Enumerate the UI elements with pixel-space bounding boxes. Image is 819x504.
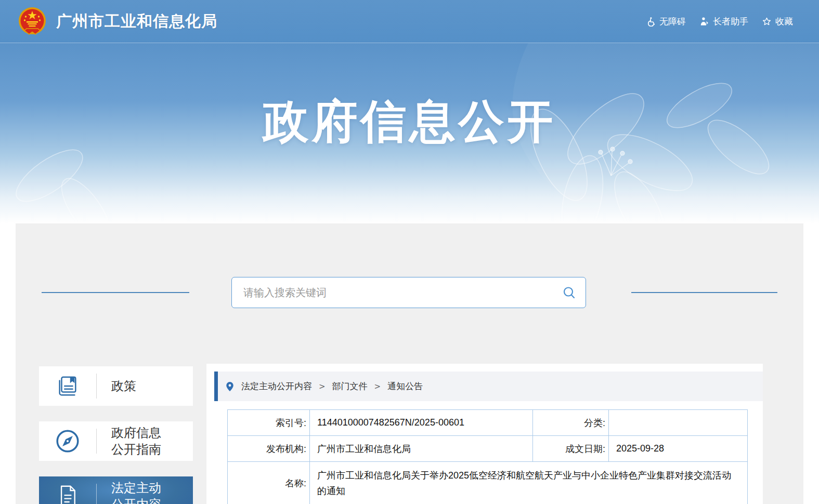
issuing-agency-value: 广州市工业和信息化局 — [310, 436, 533, 462]
breadcrumb: 法定主动公开内容 > 部门文件 > 通知公告 — [214, 372, 763, 401]
category-label: 分类: — [533, 410, 609, 436]
sidebar: 政策 政府信息公开指南 — [39, 366, 193, 504]
table-row: 索引号: 11440100007482567N/2025-00601 分类: — [228, 410, 748, 436]
index-number-label: 索引号: — [228, 410, 310, 436]
search-box — [231, 277, 586, 308]
favorite-link[interactable]: 收藏 — [762, 16, 793, 28]
sidebar-item-label: 法定主动公开内容 — [111, 480, 170, 504]
accessibility-link[interactable]: 无障碍 — [646, 16, 686, 28]
banner: 政府信息公开 — [0, 43, 819, 223]
breadcrumb-item-notices[interactable]: 通知公告 — [387, 380, 423, 392]
sidebar-item-divider — [96, 374, 97, 399]
sidebar-item-label: 政策 — [111, 378, 170, 394]
index-number-value: 11440100007482567N/2025-00601 — [310, 410, 533, 436]
issuing-agency-label: 发布机构: — [228, 436, 310, 462]
document-info-table: 索引号: 11440100007482567N/2025-00601 分类: 发… — [227, 409, 748, 504]
content-panel: 法定主动公开内容 > 部门文件 > 通知公告 索引号: 114401000074… — [206, 364, 763, 504]
document-name-label: 名称: — [228, 462, 310, 504]
search-icon — [562, 286, 576, 300]
header-links: 无障碍 长者助手 收藏 — [646, 16, 793, 28]
issue-date-label: 成文日期: — [533, 436, 609, 462]
right-divider-line — [631, 292, 777, 293]
breadcrumb-separator: > — [374, 382, 381, 391]
star-icon — [762, 17, 772, 26]
sidebar-item-divider — [96, 429, 97, 454]
table-row: 名称: 广州市工业和信息化局关于举办2025低空经济和航空航天产业与中小企业特色… — [228, 462, 748, 504]
header-left: 广州市工业和信息化局 — [18, 7, 217, 36]
elder-icon — [699, 17, 709, 26]
elder-assistant-label: 长者助手 — [713, 16, 748, 28]
favorite-label: 收藏 — [775, 16, 793, 28]
page-title: 政府信息公开 — [0, 43, 819, 153]
sidebar-item-guide[interactable]: 政府信息公开指南 — [39, 421, 193, 461]
sidebar-item-policy[interactable]: 政策 — [39, 366, 193, 406]
content-card: 政策 政府信息公开指南 — [16, 223, 803, 504]
site-title: 广州市工业和信息化局 — [56, 11, 217, 32]
sidebar-item-divider — [96, 484, 97, 504]
book-icon — [39, 374, 96, 398]
breadcrumb-item-department-files[interactable]: 部门文件 — [332, 380, 368, 392]
breadcrumb-item-statutory[interactable]: 法定主动公开内容 — [241, 380, 312, 392]
sidebar-item-label: 政府信息公开指南 — [111, 425, 170, 458]
category-value — [609, 410, 748, 436]
national-emblem-icon — [18, 7, 47, 36]
breadcrumb-separator: > — [319, 382, 326, 391]
issue-date-value: 2025-09-28 — [609, 436, 748, 462]
document-name-value: 广州市工业和信息化局关于举办2025低空经济和航空航天产业与中小企业特色产业集群… — [310, 462, 748, 504]
table-row: 发布机构: 广州市工业和信息化局 成文日期: 2025-09-28 — [228, 436, 748, 462]
search-row — [16, 223, 803, 308]
sidebar-item-statutory-disclosure[interactable]: 法定主动公开内容 — [39, 476, 193, 504]
accessibility-label: 无障碍 — [659, 16, 686, 28]
search-button[interactable] — [562, 286, 576, 300]
main-row: 政策 政府信息公开指南 — [16, 364, 803, 504]
location-pin-icon — [225, 381, 235, 392]
wheelchair-icon — [646, 17, 656, 26]
compass-icon — [39, 428, 96, 454]
search-input[interactable] — [242, 286, 562, 299]
elder-assistant-link[interactable]: 长者助手 — [699, 16, 748, 28]
document-icon — [39, 484, 96, 504]
site-header: 广州市工业和信息化局 无障碍 长者助手 收藏 — [0, 0, 819, 43]
left-divider-line — [42, 292, 189, 293]
